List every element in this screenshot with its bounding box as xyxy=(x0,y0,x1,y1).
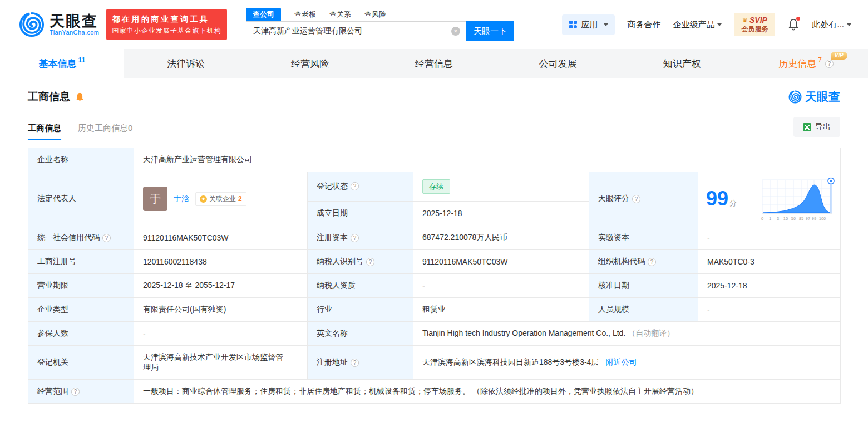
tab-basic-info[interactable]: 基本信息 11 xyxy=(0,49,124,78)
section-title: 工商信息 xyxy=(28,90,70,104)
subtab-row: 工商信息 历史工商信息0 导出 xyxy=(28,117,840,140)
svg-text:100: 100 xyxy=(819,216,826,221)
table-row: 参保人数 - 英文名称 Tianjin High tech Industry O… xyxy=(28,322,841,346)
promo-banner: 都在用的商业查询工具 国家中小企业发展子基金旗下机构 xyxy=(106,9,227,40)
table-row: 企业类型 有限责任公司(国有独资) 行业 租赁业 人员规模 - xyxy=(28,298,841,322)
tab-company-development[interactable]: 公司发展 xyxy=(496,49,620,78)
search-area: 查公司 查老板 查关系 查风险 天眼一下 xyxy=(246,8,514,41)
field-label-legal-rep: 法定代表人 xyxy=(28,172,134,226)
field-value-approval-date: 2025-12-18 xyxy=(698,274,841,298)
field-label-reg-status: 登记状态 xyxy=(308,172,413,202)
subscribe-bell-icon[interactable] xyxy=(75,92,85,102)
business-cooperation-link[interactable]: 商务合作 xyxy=(627,19,660,30)
help-icon[interactable] xyxy=(648,258,656,266)
field-value-insured-count: - xyxy=(134,322,308,346)
tab-label: 公司发展 xyxy=(539,57,577,70)
score-chart[interactable]: 0 1 3 15 50 85 97 99 100 xyxy=(758,175,836,222)
crown-icon: ♛ xyxy=(742,17,748,25)
field-value-business-scope: 一般项目：商业综合体管理服务；住房租赁；非居住房地产租赁；机械设备租赁；停车场服… xyxy=(134,380,841,404)
svip-membership-button[interactable]: ♛ SVIP 会员服务 xyxy=(734,13,775,37)
table-row: 登记机关 天津滨海高新技术产业开发区市场监督管理局 注册地址 天津滨海高新区滨海… xyxy=(28,346,841,380)
field-label-reg-address: 注册地址 xyxy=(308,346,413,380)
search-box: 天眼一下 xyxy=(246,21,514,41)
field-label-reg-number: 工商注册号 xyxy=(28,250,134,274)
help-icon[interactable] xyxy=(632,195,640,203)
help-icon[interactable] xyxy=(825,60,834,68)
tab-operating-info[interactable]: 经营信息 xyxy=(372,49,496,78)
svg-text:1: 1 xyxy=(769,216,771,221)
search-tab-relation[interactable]: 查关系 xyxy=(329,8,351,21)
svg-text:97: 97 xyxy=(806,216,810,221)
score-value: 99 xyxy=(706,187,728,210)
search-button[interactable]: 天眼一下 xyxy=(466,21,514,41)
field-label-industry: 行业 xyxy=(308,298,413,322)
search-input[interactable] xyxy=(246,21,466,41)
tab-label: 法律诉讼 xyxy=(167,57,205,70)
tab-operating-risk[interactable]: 经营风险 xyxy=(248,49,372,78)
export-button[interactable]: 导出 xyxy=(793,117,840,137)
field-label-taxpayer-qualification: 纳税人资质 xyxy=(308,274,413,298)
nearby-companies-link[interactable]: 附近公司 xyxy=(605,358,637,366)
help-icon[interactable] xyxy=(351,182,359,190)
notification-bell[interactable] xyxy=(787,18,800,31)
tab-intellectual-property[interactable]: 知识产权 xyxy=(620,49,744,78)
table-row: 工商注册号 120116002118438 纳税人识别号 91120116MAK… xyxy=(28,250,841,274)
field-label-business-scope: 经营范围 xyxy=(28,380,134,404)
company-nav-tabs: 基本信息 11 法律诉讼 经营风险 经营信息 公司发展 知识产权 VIP 历史信… xyxy=(0,49,868,78)
help-icon[interactable] xyxy=(351,359,359,367)
enterprise-products-menu[interactable]: 企业级产品 xyxy=(673,19,722,30)
help-icon[interactable] xyxy=(102,234,111,242)
svip-subtitle: 会员服务 xyxy=(741,25,768,33)
tab-label: 基本信息 xyxy=(39,57,77,70)
top-header: 天眼查 TianYanCha.com 都在用的商业查询工具 国家中小企业发展子基… xyxy=(0,0,868,49)
subtab-business-info[interactable]: 工商信息 xyxy=(28,123,61,140)
user-label: 此处有... xyxy=(812,19,844,30)
tab-count: 7 xyxy=(818,56,822,64)
legal-rep-avatar[interactable]: 于 xyxy=(143,187,167,211)
field-value-industry: 租赁业 xyxy=(413,298,589,322)
field-value-org-code: MAK50TC0-3 xyxy=(698,250,841,274)
field-label-paid-capital: 实缴资本 xyxy=(589,226,698,250)
apps-menu[interactable]: 应用 xyxy=(562,14,615,35)
help-icon[interactable] xyxy=(351,234,359,242)
score-unit: 分 xyxy=(729,199,737,207)
field-value-reg-capital: 687472.210078万人民币 xyxy=(413,226,589,250)
search-tab-boss[interactable]: 查老板 xyxy=(294,8,316,21)
user-menu[interactable]: 此处有... xyxy=(812,19,851,30)
apps-label: 应用 xyxy=(581,19,598,30)
help-icon[interactable] xyxy=(71,388,80,396)
table-row: 企业名称 天津高新产业运营管理有限公司 xyxy=(28,148,841,172)
search-tab-risk[interactable]: 查风险 xyxy=(364,8,386,21)
clear-icon[interactable] xyxy=(451,27,460,36)
field-label-registry: 登记机关 xyxy=(28,346,134,380)
tab-label: 经营信息 xyxy=(415,57,453,70)
svg-text:3: 3 xyxy=(777,216,779,221)
field-value-reg-number: 120116002118438 xyxy=(134,250,308,274)
tianyancha-logo-icon xyxy=(19,12,45,37)
field-value-registry: 天津滨海高新技术产业开发区市场监督管理局 xyxy=(134,346,308,380)
field-label-insured-count: 参保人数 xyxy=(28,322,134,346)
subtab-history-business-info[interactable]: 历史工商信息0 xyxy=(78,123,132,140)
svg-text:50: 50 xyxy=(791,216,796,221)
tab-legal-proceedings[interactable]: 法律诉讼 xyxy=(124,49,248,78)
field-label-staff-size: 人员规模 xyxy=(589,298,698,322)
search-type-tabs: 查公司 查老板 查关系 查风险 xyxy=(246,8,514,21)
promo-line2: 国家中小企业发展子基金旗下机构 xyxy=(112,26,221,36)
tab-label: 知识产权 xyxy=(663,57,701,70)
related-companies-label: 关联企业 xyxy=(209,194,236,204)
related-companies-tag[interactable]: 关联企业 2 xyxy=(195,192,246,206)
tianyancha-logo[interactable]: 天眼查 TianYanCha.com xyxy=(19,12,99,37)
field-label-reg-capital: 注册资本 xyxy=(308,226,413,250)
score-number: 99分 xyxy=(706,187,737,210)
table-row: 法定代表人 于 于浛 关联企业 2 登记状态 存续 天眼评分 xyxy=(28,172,841,202)
promo-line1: 都在用的商业查询工具 xyxy=(112,13,221,26)
tab-count: 11 xyxy=(78,56,86,64)
field-value-taxpayer-id: 91120116MAK50TC03W xyxy=(413,250,589,274)
help-icon[interactable] xyxy=(366,258,374,266)
brand-domain: TianYanCha.com xyxy=(50,29,99,36)
search-tab-company[interactable]: 查公司 xyxy=(246,8,281,21)
tab-label: 历史信息 xyxy=(778,57,816,70)
tab-history-info[interactable]: VIP 历史信息 7 xyxy=(744,49,868,78)
legal-rep-name-link[interactable]: 于浛 xyxy=(174,194,189,204)
field-value-score: 99分 xyxy=(698,172,841,226)
